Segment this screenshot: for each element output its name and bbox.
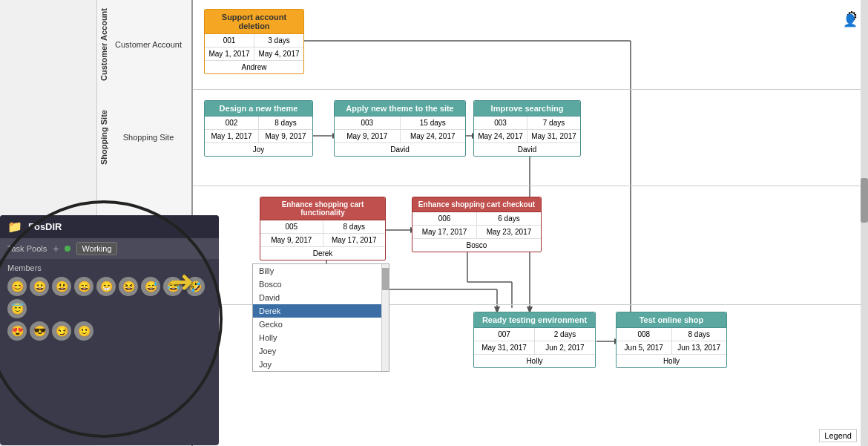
- swimlane-label-customer: Customer Account: [96, 0, 110, 89]
- card-date1-4: May 24, 2017: [474, 130, 527, 142]
- dd-item-gecko[interactable]: Gecko: [253, 318, 389, 331]
- card-date1-3: May 9, 2017: [335, 130, 401, 142]
- card-duration-3: 15 days: [401, 117, 466, 129]
- card-title-4: Improve searching: [474, 101, 580, 117]
- card-date2-3: May 24, 2017: [401, 130, 466, 142]
- add-pool-button[interactable]: +: [53, 243, 59, 255]
- card-date1-7: May 31, 2017: [474, 341, 535, 354]
- avatar-5[interactable]: 😁: [96, 277, 116, 296]
- card-duration-6: 6 days: [477, 212, 541, 225]
- avatar-11[interactable]: 😍: [7, 321, 27, 341]
- swimlane-hname-customer: Customer Account: [111, 22, 185, 67]
- card-date2-8: Jun 13, 2017: [672, 341, 727, 354]
- avatar-1[interactable]: 😊: [7, 277, 27, 296]
- swimlane-hname-shopping: Shopping Site: [111, 111, 185, 163]
- avatar-10[interactable]: 😇: [7, 299, 27, 318]
- card-enhance-checkout: Enhance shopping cart checkout 006 6 day…: [412, 197, 542, 252]
- card-improve-searching: Improve searching 003 7 days May 24, 201…: [473, 100, 581, 157]
- card-title-1: Support account deletion: [205, 10, 303, 34]
- task-pools-label: Task Pools: [7, 244, 47, 253]
- card-number-8: 008: [617, 328, 672, 341]
- settings-user-icon[interactable]: ⚙ 👤: [846, 6, 858, 25]
- card-title-6: Enhance shopping cart checkout: [412, 197, 541, 212]
- card-enhance-cart: Enhance shopping cart functionality 005 …: [260, 197, 386, 260]
- card-date1-6: May 17, 2017: [412, 226, 477, 238]
- dd-item-holly[interactable]: Holly: [253, 331, 389, 344]
- card-date2-7: Jun 2, 2017: [535, 341, 595, 354]
- card-date2-1: May 4, 2017: [254, 47, 303, 60]
- avatar-14[interactable]: 🙂: [74, 321, 93, 341]
- card-assignee-7: Holly: [474, 355, 595, 367]
- card-number-3: 003: [335, 117, 401, 129]
- avatars-row-2: 😍 😎 😏 🙂: [7, 321, 211, 341]
- card-duration-8: 8 days: [672, 328, 727, 341]
- card-title-8: Test online shop: [617, 312, 726, 328]
- card-ready-testing: Ready testing environment 007 2 days May…: [473, 312, 596, 368]
- card-title-2: Design a new theme: [205, 101, 312, 117]
- row-divider-1: [96, 89, 868, 90]
- card-duration-4: 7 days: [527, 117, 580, 129]
- card-date2-4: May 31, 2017: [527, 130, 580, 142]
- avatar-6[interactable]: 😆: [119, 277, 138, 296]
- legend-label: Legend: [824, 431, 852, 440]
- row-divider-2: [96, 186, 868, 186]
- card-assignee-6: Bosco: [412, 239, 541, 252]
- working-indicator: [65, 246, 70, 252]
- card-number-2: 002: [205, 117, 259, 129]
- card-apply-theme: Apply new theme to the site 003 15 days …: [334, 100, 466, 157]
- card-number-6: 006: [412, 212, 477, 225]
- task-pools-bar: Task Pools + Working: [0, 238, 219, 259]
- card-assignee-2: Joy: [205, 143, 312, 156]
- card-support-account: Support account deletion 001 3 days May …: [204, 9, 304, 74]
- dd-item-billy[interactable]: Billy: [253, 264, 389, 278]
- avatar-13[interactable]: 😏: [52, 321, 71, 341]
- avatar-2[interactable]: 😀: [30, 277, 49, 296]
- dd-item-joey[interactable]: Joey: [253, 344, 389, 358]
- working-dropdown[interactable]: Working: [76, 242, 116, 255]
- dd-item-joy[interactable]: Joy: [253, 358, 389, 371]
- swimlane-label-shopping: Shopping Site: [96, 89, 110, 186]
- card-test-shop: Test online shop 008 8 days Jun 5, 2017 …: [616, 312, 727, 368]
- card-date2-6: May 23, 2017: [477, 226, 541, 238]
- card-assignee-1: Andrew: [205, 61, 303, 73]
- left-panel-title: FosDIR: [28, 221, 62, 232]
- avatar-3[interactable]: 😃: [52, 277, 71, 296]
- card-date1-5: May 9, 2017: [260, 234, 323, 246]
- card-number-7: 007: [474, 328, 535, 341]
- card-number-5: 005: [260, 220, 323, 233]
- left-panel-header: 📁 FosDIR: [0, 215, 219, 238]
- avatar-7[interactable]: 😅: [141, 277, 160, 296]
- card-number-1: 001: [205, 34, 254, 47]
- panel-folder-icon: 📁: [7, 220, 22, 234]
- card-duration-7: 2 days: [535, 328, 595, 341]
- left-panel: 📁 FosDIR Task Pools + Working Members 😊 …: [0, 215, 219, 445]
- card-duration-1: 3 days: [254, 34, 303, 47]
- card-design-theme: Design a new theme 002 8 days May 1, 201…: [204, 100, 313, 157]
- dd-item-david[interactable]: David: [253, 291, 389, 304]
- legend: Legend: [819, 429, 857, 442]
- card-date1-2: May 1, 2017: [205, 130, 259, 142]
- card-assignee-3: David: [335, 143, 465, 156]
- card-duration-2: 8 days: [259, 117, 312, 129]
- scrollbar-thumb[interactable]: [861, 178, 868, 223]
- big-arrow: ➜: [169, 264, 194, 298]
- card-number-4: 003: [474, 117, 527, 129]
- card-assignee-4: David: [474, 143, 580, 156]
- card-assignee-8: Holly: [617, 355, 726, 367]
- avatar-12[interactable]: 😎: [30, 321, 49, 341]
- card-date2-5: May 17, 2017: [323, 234, 386, 246]
- card-title-5: Enhance shopping cart functionality: [260, 197, 385, 220]
- dropdown-scrollbar[interactable]: [381, 264, 389, 371]
- scrollbar[interactable]: [861, 0, 868, 446]
- dropdown-scrollbar-thumb[interactable]: [382, 268, 389, 290]
- dropdown-list[interactable]: Billy Bosco David Derek Gecko Holly Joey…: [252, 263, 389, 372]
- dd-item-derek[interactable]: Derek: [253, 304, 389, 318]
- card-duration-5: 8 days: [323, 220, 386, 233]
- avatar-4[interactable]: 😄: [74, 277, 93, 296]
- card-assignee-5: Derek: [260, 247, 385, 260]
- dd-item-bosco[interactable]: Bosco: [253, 278, 389, 291]
- card-date1-1: May 1, 2017: [205, 47, 254, 60]
- card-title-7: Ready testing environment: [474, 312, 595, 328]
- card-date2-2: May 9, 2017: [259, 130, 312, 142]
- card-title-3: Apply new theme to the site: [335, 101, 465, 117]
